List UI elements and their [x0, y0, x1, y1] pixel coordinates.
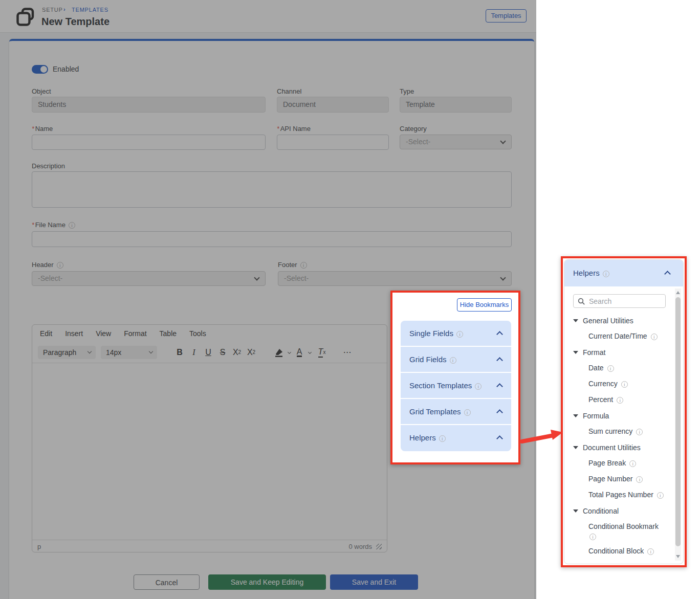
info-icon: i	[657, 492, 664, 499]
info-icon: i	[589, 534, 596, 540]
info-icon: i	[617, 397, 623, 404]
caret-down-icon	[573, 446, 578, 449]
info-icon: i	[651, 334, 658, 340]
scrollbar-thumb[interactable]	[675, 297, 681, 546]
helper-currency[interactable]: Currencyi	[588, 379, 666, 389]
info-icon: i	[603, 271, 609, 277]
helper-conditional-block[interactable]: Conditional Blocki	[588, 546, 666, 556]
info-icon: i	[450, 357, 456, 364]
helper-conditional-bookmark[interactable]: Conditional Bookmarki	[588, 522, 666, 540]
caret-down-icon	[573, 351, 578, 354]
info-icon: i	[439, 435, 446, 442]
info-icon: i	[647, 548, 654, 555]
group-document-utilities[interactable]: Document Utilities	[573, 442, 668, 453]
info-icon: i	[607, 365, 614, 372]
section-single-fields[interactable]: Single Fieldsi	[401, 321, 511, 347]
caret-down-icon	[573, 319, 578, 322]
chevron-up-icon	[496, 383, 503, 390]
helper-sum-currency[interactable]: Sum currencyi	[588, 427, 666, 436]
group-conditional[interactable]: Conditional	[573, 506, 668, 516]
info-icon: i	[456, 331, 463, 338]
section-grid-fields[interactable]: Grid Fieldsi	[401, 347, 511, 373]
helpers-annotation-frame: Helpersi General Utilities Current Date/…	[561, 256, 687, 567]
screen: SETUP › TEMPLATES New Template Templates…	[0, 0, 700, 599]
info-icon: i	[636, 429, 643, 435]
caret-down-icon	[573, 414, 578, 417]
annotation-arrow	[516, 425, 567, 448]
chevron-up-icon	[496, 331, 503, 338]
info-icon: i	[629, 460, 636, 467]
panel-scrollbar[interactable]	[675, 289, 681, 561]
chevron-up-icon	[496, 409, 503, 416]
caret-down-icon	[573, 509, 578, 513]
helper-page-break[interactable]: Page Breaki	[588, 458, 666, 468]
search-input[interactable]	[589, 295, 663, 307]
helpers-search	[573, 294, 666, 308]
helpers-panel: Helpersi General Utilities Current Date/…	[564, 259, 684, 564]
helper-total-pages-number[interactable]: Total Pages Numberi	[588, 490, 666, 500]
hide-bookmarks-button[interactable]: Hide Bookmarks	[457, 298, 512, 312]
helper-current-datetime[interactable]: Current Date/Timei	[588, 331, 666, 341]
scroll-up-icon[interactable]	[676, 291, 680, 294]
group-general-utilities[interactable]: General Utilities	[573, 316, 668, 326]
search-icon	[578, 298, 585, 305]
scroll-down-icon[interactable]	[676, 555, 680, 558]
chevron-up-icon	[496, 357, 503, 364]
helper-percent[interactable]: Percenti	[588, 395, 666, 405]
info-icon: i	[636, 476, 643, 483]
section-helpers[interactable]: Helpersi	[401, 425, 511, 451]
bookmarks-accordion: Single Fieldsi Grid Fieldsi Section Temp…	[401, 321, 511, 451]
helper-page-number[interactable]: Page Numberi	[588, 474, 666, 484]
group-formula[interactable]: Formula	[573, 411, 668, 421]
info-icon: i	[475, 383, 482, 390]
helpers-panel-body: General Utilities Current Date/Timei For…	[564, 286, 683, 564]
group-format[interactable]: Format	[573, 347, 668, 358]
helpers-panel-header[interactable]: Helpersi	[564, 260, 683, 286]
section-section-templates[interactable]: Section Templatesi	[401, 373, 511, 399]
helper-date[interactable]: Datei	[588, 363, 666, 373]
section-grid-templates[interactable]: Grid Templatesi	[401, 399, 511, 425]
chevron-up-icon	[664, 271, 671, 277]
info-icon: i	[464, 409, 471, 416]
info-icon: i	[621, 381, 628, 388]
chevron-up-icon	[496, 435, 503, 442]
